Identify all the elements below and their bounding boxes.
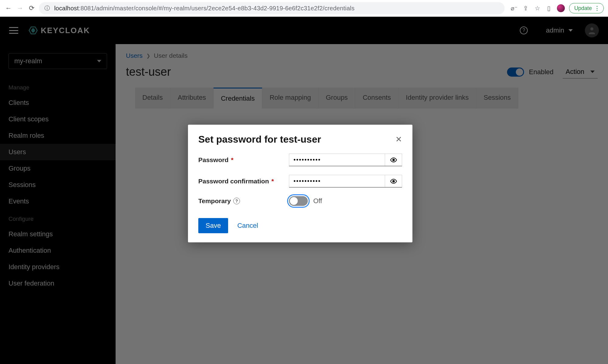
svg-point-3 (393, 159, 394, 161)
browser-update-button[interactable]: Update ⋮ (569, 3, 604, 13)
chrome-actions: ⌀⁻ ⇪ ☆ ▯ Update ⋮ (511, 3, 604, 13)
temporary-toggle[interactable] (289, 196, 308, 206)
url-port: :8081 (79, 5, 94, 12)
forward-icon[interactable]: → (16, 4, 24, 12)
set-password-modal: Set password for test-user ✕ Password* P… (188, 125, 412, 242)
svg-point-4 (393, 180, 394, 182)
password-input[interactable] (289, 154, 385, 166)
browser-chrome: ← → ⟳ ⓘ localhost:8081/admin/master/cons… (0, 0, 608, 17)
panel-icon[interactable]: ▯ (545, 5, 553, 12)
back-icon[interactable]: ← (4, 4, 13, 12)
save-button[interactable]: Save (198, 218, 228, 233)
confirm-field-wrap (289, 175, 402, 188)
key-icon[interactable]: ⌀⁻ (511, 5, 518, 12)
share-icon[interactable]: ⇪ (522, 5, 530, 12)
browser-profile-avatar[interactable] (557, 4, 565, 12)
temporary-state: Off (313, 197, 322, 205)
bookmark-icon[interactable]: ☆ (534, 5, 541, 12)
address-bar[interactable]: ⓘ localhost:8081/admin/master/console/#/… (39, 2, 505, 14)
close-icon[interactable]: ✕ (395, 135, 402, 144)
url-host: localhost (54, 5, 79, 12)
password-field-wrap (289, 154, 402, 166)
reload-icon[interactable]: ⟳ (27, 4, 36, 12)
reveal-confirm-icon[interactable] (385, 175, 402, 187)
kebab-icon[interactable]: ⋮ (594, 5, 600, 12)
cancel-button[interactable]: Cancel (237, 222, 258, 230)
update-label: Update (574, 5, 592, 12)
app-frame: KEYCLOAK ? admin my-realm Manage Clients… (0, 17, 608, 364)
confirm-label: Password confirmation* (198, 178, 289, 185)
help-icon[interactable]: ? (233, 198, 240, 204)
modal-title: Set password for test-user (198, 134, 321, 145)
temporary-label: Temporary ? (198, 197, 289, 205)
site-info-icon[interactable]: ⓘ (44, 5, 50, 12)
url-path: /admin/master/console/#/my-realm/users/2… (94, 5, 355, 12)
reveal-password-icon[interactable] (385, 154, 402, 166)
password-label: Password* (198, 156, 289, 164)
confirm-input[interactable] (289, 175, 385, 187)
